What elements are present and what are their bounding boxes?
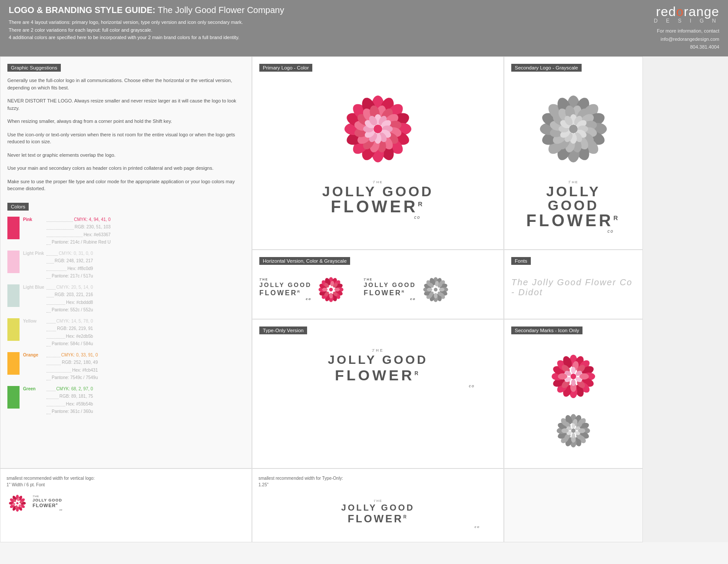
svg-point-133 — [439, 288, 444, 291]
colors-section: Colors Pink CMYK: 4, 94, 41, 0 RGB: 230,… — [7, 203, 245, 416]
color-block-4: Orange CMYK: 0, 33, 91, 0 RGB: 252, 180,… — [7, 351, 245, 382]
bottom-right-color-spacer — [504, 468, 643, 542]
title-bold: LOGO & BRANDING STYLE GUIDE: — [9, 5, 156, 15]
secondary-logo-display: 𝓣HE JOLLY GOOD FLOWERR co — [511, 77, 635, 242]
suggestion-1: NEVER DISTORT THE LOGO. Always resize sm… — [7, 97, 245, 112]
colors-label: Colors — [7, 203, 29, 211]
suggestion-4: Never let text or graphic elements overl… — [7, 152, 245, 159]
secondary-marks-display — [511, 340, 635, 461]
svg-point-201 — [571, 429, 576, 433]
fonts-label: Fonts — [511, 257, 531, 265]
type-only-cell: Type-Only Version 𝓣HE JOLLY GOOD FLOWERR… — [252, 319, 504, 468]
header-title: LOGO & BRANDING STYLE GUIDE: The Jolly G… — [9, 5, 284, 15]
color-swatch-1 — [7, 251, 20, 273]
svg-point-137 — [427, 288, 432, 291]
contact-info: For more information, contact info@redor… — [654, 27, 719, 51]
brand-logo: redorange D E S I G N — [654, 5, 719, 23]
horizontal-label: Horizontal Version, Color & Grayscale — [259, 257, 350, 265]
desc-line1: There are 4 layout variations: primary l… — [9, 19, 284, 26]
secondary-marks-label: Secondary Marks - Icon Only — [511, 327, 582, 334]
secondary-mark-pink — [545, 348, 602, 405]
color-info-2: Light Blue CMYK: 20, 5, 14, 0 RGB: 203, … — [23, 284, 93, 314]
fonts-display: The Jolly Good Flower Co - Didot — [511, 270, 635, 305]
desc-line3: 4 additional colors are specified here t… — [9, 34, 284, 42]
secondary-logo-cell: Secondary Logo - Grayscale — [504, 56, 643, 250]
svg-point-139 — [433, 288, 437, 291]
color-swatch-0 — [7, 217, 20, 239]
color-info-5: Green CMYK: 68, 2, 97, 0 RGB: 89, 181, 7… — [23, 385, 93, 416]
svg-point-108 — [334, 288, 340, 291]
suggestion-0: Generally use the full-color logo in all… — [7, 77, 245, 91]
color-block-5: Green CMYK: 68, 2, 97, 0 RGB: 89, 181, 7… — [7, 385, 245, 416]
graphic-suggestions-cell: Graphic Suggestions Generally use the fu… — [0, 56, 252, 468]
suggestions-list: Generally use the full-color logo in all… — [7, 77, 245, 192]
header: LOGO & BRANDING STYLE GUIDE: The Jolly G… — [0, 0, 728, 56]
color-block-3: Yellow CMYK: 14, 5, 78, 0 RGB: 226, 219,… — [7, 317, 245, 348]
fonts-sample: The Jolly Good Flower Co - Didot — [511, 277, 635, 297]
bottom-left-logo: 𝓣HE JOLLY GOOD FLOWERR co — [7, 492, 245, 514]
graphic-suggestions-label: Graphic Suggestions — [7, 64, 61, 72]
secondary-logo-label: Secondary Logo - Grayscale — [511, 64, 582, 72]
header-desc: There are 4 layout variations: primary l… — [9, 19, 284, 42]
header-left: LOGO & BRANDING STYLE GUIDE: The Jolly G… — [9, 5, 284, 42]
type-only-label: Type-Only Version — [259, 327, 307, 334]
suggestion-5: Use your main and secondary colors as he… — [7, 165, 245, 172]
horizontal-logos: 𝓣HE JOLLY GOOD FLOWERR co — [259, 270, 496, 309]
fonts-cell: Fonts The Jolly Good Flower Co - Didot — [504, 250, 643, 319]
color-info-3: Yellow CMYK: 14, 5, 78, 0 RGB: 226, 219,… — [23, 317, 93, 348]
contact-label: For more information, contact — [654, 27, 719, 35]
primary-logo-text: 𝓣HE JOLLY GOOD FLOWERR co — [322, 181, 433, 220]
content-grid: Primary Logo - Color — [0, 56, 728, 542]
horiz-flower-gray — [420, 274, 451, 305]
primary-flower — [334, 86, 421, 174]
primary-logo-label: Primary Logo - Color — [259, 64, 312, 72]
color-block-1: Light Pink CMYK: 0, 31, 0, 0 RGB: 248, 1… — [7, 250, 245, 280]
svg-point-110 — [329, 293, 333, 299]
header-right: redorange D E S I G N For more informati… — [654, 5, 719, 51]
brand-design: D E S I G N — [654, 18, 719, 23]
title-rest: The Jolly Good Flower Company — [158, 5, 284, 15]
svg-point-44 — [374, 125, 382, 133]
horiz-gray-text: 𝓣HE JOLLY GOOD FLOWERR co — [364, 278, 416, 301]
suggestion-2: When resizing smaller, always drag from … — [7, 118, 245, 125]
bottom-right-cell: smallest recommended width for Type-Only… — [252, 468, 504, 542]
svg-point-89 — [569, 125, 578, 133]
horiz-flower-pink — [316, 274, 346, 305]
color-block-2: Light Blue CMYK: 20, 5, 14, 0 RGB: 203, … — [7, 284, 245, 314]
contact-email: info@redorangedesign.com — [654, 35, 719, 43]
primary-logo-display: 𝓣HE JOLLY GOOD FLOWERR co — [259, 77, 496, 228]
color-block-0: Pink CMYK: 4, 94, 41, 0 RGB: 230, 51, 10… — [7, 216, 245, 246]
colors-container: Pink CMYK: 4, 94, 41, 0 RGB: 230, 51, 10… — [7, 216, 245, 416]
svg-point-198 — [572, 433, 575, 438]
bottom-left-cell: smallest recommended width for vertical … — [0, 468, 252, 542]
svg-point-195 — [572, 423, 575, 429]
bottom-right-label: smallest recommended width for Type-Only… — [258, 475, 497, 488]
suggestion-3: Use the icon-only or text-only version w… — [7, 131, 245, 145]
color-swatch-3 — [7, 318, 20, 341]
secondary-mark-gray — [552, 409, 595, 452]
svg-point-112 — [322, 288, 328, 291]
color-info-4: Orange CMYK: 0, 33, 91, 0 RGB: 252, 180,… — [23, 351, 98, 382]
type-only-display: 𝓣HE JOLLY GOOD FLOWERR co — [259, 340, 496, 397]
horizontal-cell: Horizontal Version, Color & Grayscale 𝓣H… — [252, 250, 504, 319]
svg-point-220 — [17, 502, 19, 504]
horiz-gray: 𝓣HE JOLLY GOOD FLOWERR co — [364, 274, 450, 305]
flower-svg-pink — [334, 86, 421, 172]
svg-point-135 — [433, 293, 437, 299]
contact-phone: 804.381.4004 — [654, 43, 719, 51]
suggestion-6: Make sure to use the proper file type an… — [7, 178, 245, 192]
color-info-1: Light Pink CMYK: 0, 31, 0, 0 RGB: 248, 1… — [23, 250, 93, 280]
color-info-0: Pink CMYK: 4, 94, 41, 0 RGB: 230, 51, 10… — [23, 216, 111, 246]
svg-point-167 — [571, 379, 576, 386]
bottom-right-logo: 𝓣HE JOLLY GOOD FLOWERR co — [258, 492, 497, 536]
secondary-flower-gray — [530, 86, 617, 174]
secondary-logo-text: 𝓣HE JOLLY GOOD FLOWERR co — [520, 181, 627, 234]
mini-flower-pink — [7, 492, 28, 514]
svg-point-114 — [329, 288, 333, 291]
bottom-left-label: smallest recommended width for vertical … — [7, 475, 245, 488]
secondary-marks-cell: Secondary Marks - Icon Only — [504, 319, 643, 468]
svg-point-170 — [571, 373, 576, 379]
color-swatch-2 — [7, 284, 20, 307]
horiz-color: 𝓣HE JOLLY GOOD FLOWERR co — [259, 274, 346, 305]
flower-svg-gray — [530, 86, 617, 172]
